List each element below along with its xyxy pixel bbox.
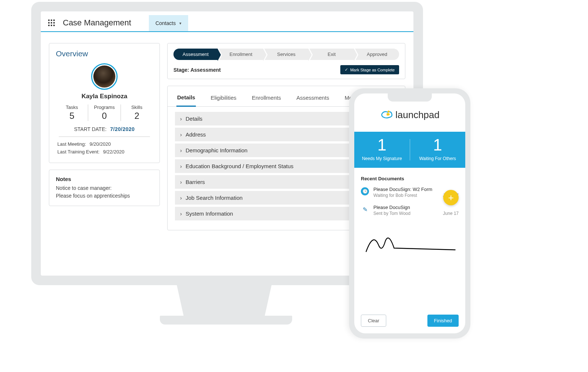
- path-step-services[interactable]: Services: [264, 49, 308, 60]
- monitor-base: [160, 316, 292, 325]
- path-step-enrollment[interactable]: Enrollment: [219, 49, 263, 60]
- stats-band: 1 Needs My Signature 1 Waiting For Other…: [354, 132, 465, 168]
- signature-icon: [361, 226, 459, 259]
- accordion-label: Barriers: [186, 179, 205, 185]
- stat-value: 5: [58, 111, 86, 121]
- notes-line: Please focus on apprenticeships: [56, 192, 153, 200]
- mobile-phone: launchpad 1 Needs My Signature 1 Waiting…: [349, 88, 470, 339]
- notes-title: Notes: [56, 176, 153, 182]
- clear-button[interactable]: Clear: [361, 315, 386, 327]
- phone-notch: [388, 93, 432, 102]
- add-button[interactable]: +: [443, 190, 459, 205]
- path-step-approved[interactable]: Approved: [355, 49, 399, 60]
- stat-value: 0: [90, 111, 118, 121]
- path-step-assessment[interactable]: Assessment: [173, 49, 218, 60]
- avatar[interactable]: [91, 63, 118, 90]
- chevron-right-icon: ›: [180, 116, 182, 122]
- notes-body: Notice to case manager: Please focus on …: [56, 184, 153, 200]
- chevron-right-icon: ›: [180, 147, 182, 153]
- doc-title: Please DocuSign: [373, 205, 459, 210]
- stats-row: Tasks 5 Programs 0 Skills 2: [56, 104, 153, 121]
- accordion-label: Demographic Information: [186, 147, 247, 153]
- path-stepper: Assessment Enrollment Services Exit Appr…: [173, 49, 399, 60]
- stat-waiting-others[interactable]: 1 Waiting For Others: [410, 132, 466, 168]
- last-training-label: Last Training Event:: [57, 149, 100, 155]
- last-training: Last Training Event: 9/22/2020: [57, 149, 151, 155]
- overview-title: Overview: [56, 49, 153, 58]
- notes-line: Notice to case manager:: [56, 184, 153, 192]
- accordion-label: System Information: [186, 210, 233, 217]
- recent-title: Recent Documents: [361, 176, 459, 181]
- stat-skills: Skills 2: [121, 104, 153, 121]
- overview-card: Overview Kayla Espinoza Tasks 5 Programs: [49, 43, 160, 163]
- accordion-label: Education Background / Employment Status: [186, 163, 294, 169]
- monitor-stand: [176, 283, 272, 316]
- launchpad-logo-icon: [380, 109, 393, 121]
- accordion-label: Details: [186, 116, 202, 122]
- tab-enrollments[interactable]: Enrollments: [251, 91, 282, 106]
- stage-label: Stage: Assessment: [173, 67, 221, 73]
- stage-card: Assessment Enrollment Services Exit Appr…: [167, 43, 405, 79]
- chevron-right-icon: ›: [180, 131, 182, 138]
- stat-label: Programs: [90, 104, 118, 110]
- start-date-value: 7/20/2020: [110, 126, 135, 132]
- doc-date: June 17: [443, 211, 459, 216]
- chevron-right-icon: ›: [180, 163, 182, 169]
- check-icon: ✓: [345, 67, 348, 72]
- nav-tab-contacts[interactable]: Contacts ▾: [149, 15, 188, 31]
- phone-screen: launchpad 1 Needs My Signature 1 Waiting…: [354, 93, 465, 333]
- path-step-exit[interactable]: Exit: [309, 49, 354, 60]
- tab-assessments[interactable]: Assessments: [295, 91, 330, 106]
- stat-tasks: Tasks 5: [56, 104, 88, 121]
- notes-card: Notes Notice to case manager: Please foc…: [49, 170, 160, 206]
- stat-number: 1: [414, 137, 462, 153]
- stat-label: Skills: [123, 104, 151, 110]
- launchpad-logo: launchpad: [380, 109, 440, 121]
- tab-details[interactable]: Details: [176, 91, 196, 107]
- doc-sub: Waiting for Bob Forest: [373, 193, 417, 198]
- stat-label: Waiting For Others: [414, 156, 462, 161]
- tab-eligibilities[interactable]: Eligibilities: [210, 91, 237, 106]
- chevron-down-icon: ▾: [179, 21, 182, 26]
- start-date-label: START DATE:: [74, 126, 106, 132]
- last-meeting-label: Last Meeting:: [57, 141, 86, 147]
- last-meeting-value: 9/20/2020: [90, 141, 111, 147]
- accordion-label: Address: [186, 131, 206, 138]
- stage-row: Stage: Assessment ✓ Mark Stage as Comple…: [173, 65, 399, 74]
- pencil-icon: ✎: [361, 205, 369, 213]
- document-row[interactable]: ✎ Please DocuSign Sent by Tom Wood June …: [361, 205, 459, 216]
- last-training-value: 9/22/2020: [103, 149, 125, 155]
- mark-complete-button[interactable]: ✓ Mark Stage as Complete: [340, 65, 399, 74]
- mark-complete-label: Mark Stage as Complete: [350, 68, 395, 72]
- plus-icon: +: [448, 192, 453, 203]
- start-date: START DATE: 7/20/2020: [59, 126, 150, 137]
- topbar: Case Management Contacts ▾: [41, 11, 413, 32]
- stat-needs-signature[interactable]: 1 Needs My Signature: [354, 132, 410, 168]
- svg-point-0: [388, 110, 390, 112]
- stat-value: 2: [123, 111, 151, 121]
- stat-programs: Programs 0: [88, 104, 120, 121]
- phone-buttons: Clear Finished: [354, 309, 465, 333]
- app-title: Case Management: [63, 18, 131, 28]
- chevron-right-icon: ›: [180, 179, 182, 185]
- last-meeting: Last Meeting: 9/20/2020: [57, 141, 151, 147]
- nav-tab-label: Contacts: [155, 20, 176, 26]
- avatar-section: Kayla Espinoza: [56, 63, 153, 100]
- stat-label: Needs My Signature: [358, 156, 406, 161]
- logo-text: launchpad: [395, 109, 440, 121]
- person-name: Kayla Espinoza: [56, 93, 153, 100]
- stat-label: Tasks: [58, 104, 86, 110]
- finished-button[interactable]: Finished: [427, 315, 459, 327]
- chevron-right-icon: ›: [180, 210, 182, 217]
- chevron-right-icon: ›: [180, 195, 182, 201]
- accordion-label: Job Search Information: [186, 195, 243, 201]
- clock-icon: 🕒: [361, 187, 369, 195]
- app-launcher-icon[interactable]: [48, 20, 55, 26]
- signature-area[interactable]: [354, 226, 465, 309]
- left-column: Overview Kayla Espinoza Tasks 5 Programs: [49, 43, 160, 265]
- doc-sub: Sent by Tom Wood: [373, 211, 410, 216]
- stat-number: 1: [358, 137, 406, 153]
